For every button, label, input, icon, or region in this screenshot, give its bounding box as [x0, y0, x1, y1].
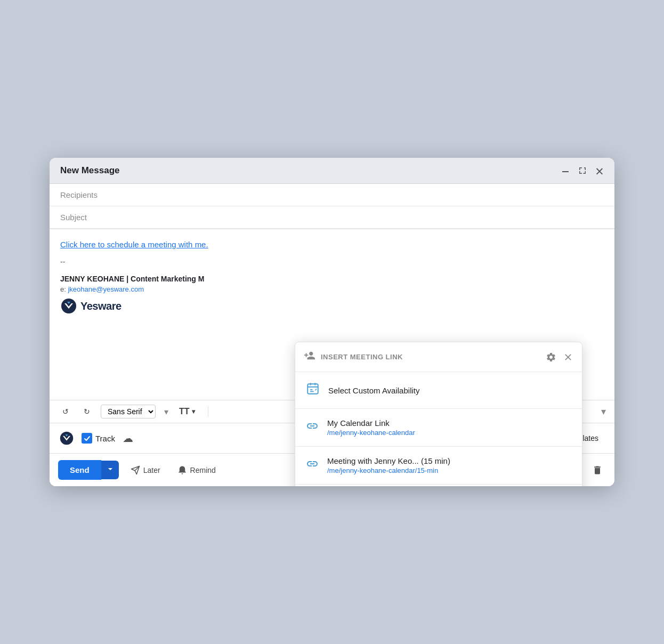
yesware-y-button[interactable] — [58, 430, 75, 447]
yesware-logo: Yesware — [60, 297, 604, 315]
send-dropdown-button[interactable] — [101, 461, 119, 479]
meeting-15min-url: /me/jenny-keohane-calendar/15-min — [327, 466, 450, 474]
font-size-button[interactable]: TT ▾ — [175, 405, 199, 418]
signature-divider: -- — [60, 257, 604, 266]
yesware-brand-text: Yesware — [80, 300, 122, 312]
meeting-link-popup: INSERT MEETING LINK Select Custom Availa… — [295, 342, 582, 486]
redo-button[interactable]: ↻ — [79, 405, 94, 418]
popup-header-actions — [546, 352, 573, 363]
compose-fields: Recipients Subject — [50, 184, 614, 229]
popup-header-title: INSERT MEETING LINK — [321, 353, 540, 361]
svg-point-1 — [61, 299, 76, 313]
custom-availability-title: Select Custom Availability — [328, 386, 419, 395]
font-family-select[interactable]: Sans Serif — [101, 405, 156, 418]
track-label: Track — [95, 434, 115, 443]
popup-header: INSERT MEETING LINK — [295, 342, 582, 372]
calendar-edit-icon — [306, 382, 320, 399]
expand-button[interactable] — [578, 166, 587, 175]
compose-title: New Message — [60, 165, 120, 176]
toolbar-separator — [208, 406, 208, 417]
svg-point-2 — [60, 432, 74, 445]
compose-window: New Message Recipients Subject Click her… — [50, 158, 614, 486]
compose-header: New Message — [50, 158, 614, 184]
cloud-save-button[interactable]: ☁ — [119, 429, 136, 448]
minimize-button[interactable] — [561, 166, 570, 175]
send-button-group: Send — [58, 460, 119, 480]
compose-header-actions — [561, 166, 604, 175]
meeting-15min-text: Meeting with Jenny Keo... (15 min) /me/j… — [327, 456, 450, 474]
meeting-15min-item[interactable]: Meeting with Jenny Keo... (15 min) /me/j… — [295, 447, 582, 485]
later-button[interactable]: Later — [125, 462, 166, 478]
signature-email: e: jkeohane@yesware.com — [60, 285, 604, 293]
schedule-link[interactable]: Click here to schedule a meeting with me… — [60, 240, 208, 249]
signature-name: JENNY KEOHANE | Content Marketing M — [60, 275, 604, 283]
track-area: Track — [82, 433, 115, 444]
track-checkbox[interactable] — [82, 433, 92, 444]
subject-field[interactable]: Subject — [50, 206, 614, 229]
recipients-field[interactable]: Recipients — [50, 184, 614, 206]
person-add-icon — [304, 350, 315, 364]
my-calendar-link-text: My Calendar Link /me/jenny-keohane-calen… — [327, 418, 415, 437]
popup-settings-button[interactable] — [546, 352, 556, 363]
my-calendar-link-item[interactable]: My Calendar Link /me/jenny-keohane-calen… — [295, 409, 582, 447]
signature-email-link[interactable]: jkeohane@yesware.com — [68, 285, 144, 293]
select-custom-availability-item[interactable]: Select Custom Availability — [295, 372, 582, 409]
delete-button[interactable] — [589, 462, 606, 479]
yesware-icon — [60, 297, 77, 315]
undo-button[interactable]: ↺ — [58, 405, 73, 418]
select-custom-availability-text: Select Custom Availability — [328, 386, 419, 395]
calendar-link-title: My Calendar Link — [327, 418, 415, 428]
popup-close-button[interactable] — [563, 352, 573, 363]
svg-rect-0 — [562, 171, 569, 172]
remind-button[interactable]: Remind — [172, 462, 221, 478]
calendar-link-url: /me/jenny-keohane-calendar — [327, 429, 415, 437]
meeting-15min-title: Meeting with Jenny Keo... (15 min) — [327, 456, 450, 465]
close-compose-button[interactable] — [595, 166, 604, 175]
meeting-30min-item[interactable]: Meeting with Jenny Keo... (30 min) /me/j… — [295, 485, 582, 486]
send-button[interactable]: Send — [58, 460, 101, 480]
calendar-link-icon — [306, 420, 319, 436]
meeting-15min-icon — [306, 457, 319, 473]
toolbar-expand-arrow[interactable]: ▾ — [601, 406, 606, 417]
